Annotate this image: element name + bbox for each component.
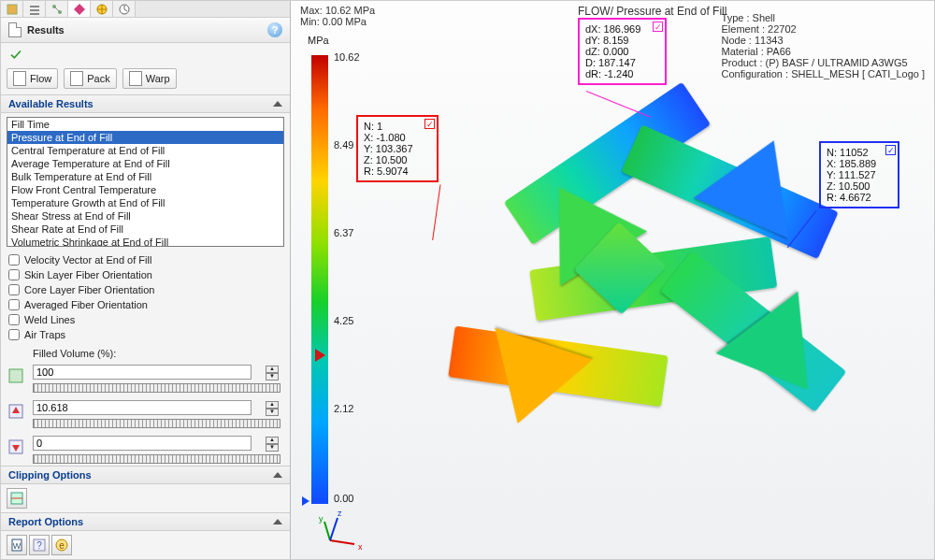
tab-warp[interactable]: Warp bbox=[122, 68, 177, 89]
check-air-traps[interactable]: Air Traps bbox=[8, 327, 282, 342]
e-icon: e bbox=[55, 538, 68, 552]
report-options-header[interactable]: Report Options bbox=[1, 512, 290, 531]
spinner[interactable]: ▲▼ bbox=[266, 401, 279, 416]
param2-slider: ▲▼ bbox=[1, 395, 290, 430]
report-edrawing-button[interactable]: e bbox=[51, 535, 72, 555]
check-core-fiber[interactable]: Core Layer Fiber Orientation bbox=[8, 282, 282, 297]
results-list-item[interactable]: Volumetric Shrinkage at End of Fill bbox=[7, 236, 283, 247]
slider-rail[interactable] bbox=[33, 454, 280, 464]
results-section-header: Results ? bbox=[1, 18, 290, 43]
results-title: Results bbox=[27, 24, 65, 36]
up-arrow-cube-icon bbox=[7, 402, 25, 421]
results-list-item[interactable]: Pressure at End of Fill bbox=[7, 131, 283, 144]
down-arrow-cube-icon bbox=[7, 438, 25, 456]
tab-pack[interactable]: Pack bbox=[64, 68, 116, 89]
legend-bar bbox=[311, 55, 328, 504]
svg-rect-0 bbox=[7, 5, 17, 14]
result-page-tabs: Flow Pack Warp bbox=[1, 66, 290, 94]
left-panel: Results ? Flow Pack Warp Available Resul… bbox=[1, 1, 291, 559]
triad-x: x bbox=[358, 542, 363, 552]
param3-input[interactable] bbox=[33, 436, 252, 451]
param2-input[interactable] bbox=[33, 400, 252, 415]
result-geometry bbox=[413, 78, 876, 495]
graphics-viewport[interactable]: Max: 10.62 MPa Min: 0.00 MPa FLOW/ Press… bbox=[291, 1, 934, 559]
filled-volume-input[interactable] bbox=[33, 365, 252, 380]
svg-rect-2 bbox=[30, 9, 39, 11]
view-triad[interactable] bbox=[321, 512, 358, 550]
probe-2-callout[interactable]: ✓ N: 11052 X: 185.889 Y: 111.527 Z: 10.5… bbox=[819, 141, 899, 208]
cube-slice-icon bbox=[10, 492, 23, 505]
model-info: Type : Shell Element : 22702 Node : 1134… bbox=[722, 12, 925, 79]
results-list-item[interactable]: Bulk Temperature at End of Fill bbox=[7, 170, 283, 183]
filled-volume-slider: ▲▼ bbox=[1, 359, 290, 395]
slider-rail[interactable] bbox=[33, 383, 280, 393]
filled-volume-label: Filled Volume (%): bbox=[1, 344, 290, 359]
available-results-header[interactable]: Available Results bbox=[1, 94, 290, 113]
callout-check-icon[interactable]: ✓ bbox=[885, 145, 896, 155]
clip-plane-button[interactable] bbox=[7, 488, 27, 509]
list-icon bbox=[28, 3, 41, 16]
svg-line-19 bbox=[324, 522, 330, 540]
fm-tab-4[interactable] bbox=[68, 1, 91, 17]
plot-title: FLOW/ Pressure at End of Fill bbox=[578, 5, 726, 18]
results-list-item[interactable]: Fill Time bbox=[7, 118, 283, 131]
check-skin-fiber[interactable]: Skin Layer Fiber Orientation bbox=[8, 267, 282, 282]
fm-tab-2[interactable] bbox=[23, 1, 46, 17]
volume-cube-icon bbox=[7, 366, 25, 385]
color-legend: MPa 10.62 8.49 6.37 4.25 2.12 0.00 bbox=[302, 29, 336, 506]
minmax-readout: Max: 10.62 MPa Min: 0.00 MPa bbox=[300, 5, 375, 27]
check-avg-fiber[interactable]: Averaged Fiber Orientation bbox=[8, 297, 282, 312]
chevron-up-icon bbox=[273, 472, 282, 478]
tab-flow[interactable]: Flow bbox=[7, 68, 58, 89]
results-list-item[interactable]: Shear Rate at End of Fill bbox=[7, 223, 283, 236]
question-icon: ? bbox=[33, 538, 46, 552]
page-icon bbox=[13, 71, 26, 86]
feature-manager-tabs bbox=[1, 1, 290, 18]
page-icon bbox=[129, 71, 142, 86]
results-list-item[interactable]: Temperature Growth at End of Fill bbox=[7, 196, 283, 209]
clipping-options-header[interactable]: Clipping Options bbox=[1, 466, 290, 484]
svg-text:W: W bbox=[13, 541, 22, 551]
document-icon bbox=[8, 22, 22, 37]
results-list-item[interactable]: Average Temperature at End of Fill bbox=[7, 157, 283, 170]
probe-1-callout[interactable]: ✓ N: 1 X: -1.080 Y: 103.367 Z: 10.500 R:… bbox=[356, 115, 439, 182]
callout-check-icon[interactable]: ✓ bbox=[424, 119, 435, 129]
available-results-list[interactable]: Fill TimePressure at End of FillCentral … bbox=[7, 117, 284, 247]
results-list-item[interactable]: Flow Front Central Temperature bbox=[7, 183, 283, 196]
svg-rect-1 bbox=[30, 6, 39, 7]
svg-rect-3 bbox=[30, 13, 39, 15]
chevron-up-icon bbox=[273, 101, 282, 107]
svg-text:?: ? bbox=[36, 540, 42, 551]
tree-icon bbox=[50, 3, 64, 16]
help-icon[interactable]: ? bbox=[267, 22, 282, 37]
spinner[interactable]: ▲▼ bbox=[266, 366, 279, 381]
fm-tab-6[interactable] bbox=[113, 1, 136, 17]
doc-icon: W bbox=[10, 538, 23, 552]
svg-rect-8 bbox=[9, 369, 22, 382]
callout-check-icon[interactable]: ✓ bbox=[653, 22, 663, 32]
clock-icon bbox=[118, 3, 131, 16]
diamond-icon bbox=[73, 3, 86, 16]
fm-tab-1[interactable] bbox=[1, 1, 23, 17]
delta-callout[interactable]: ✓ dX: 186.969 dY: 8.159 dZ: 0.000 D: 187… bbox=[578, 18, 667, 85]
ok-check-icon[interactable] bbox=[8, 49, 23, 61]
cube-icon bbox=[6, 3, 19, 16]
param3-slider: ▲▼ bbox=[1, 430, 290, 466]
results-list-item[interactable]: Central Temperature at End of Fill bbox=[7, 144, 283, 157]
globe-icon bbox=[95, 3, 108, 16]
slider-rail[interactable] bbox=[33, 419, 280, 428]
fm-tab-5[interactable] bbox=[91, 1, 113, 17]
spinner[interactable]: ▲▼ bbox=[266, 437, 279, 452]
report-help-button[interactable]: ? bbox=[29, 535, 50, 555]
results-list-item[interactable]: Shear Stress at End of Fill bbox=[7, 209, 283, 223]
injection-marker-icon bbox=[315, 349, 325, 362]
check-velocity-vector[interactable]: Velocity Vector at End of Fill bbox=[8, 252, 282, 267]
check-weld-lines[interactable]: Weld Lines bbox=[8, 312, 282, 327]
page-icon bbox=[70, 71, 83, 86]
chevron-up-icon bbox=[273, 519, 282, 524]
svg-line-18 bbox=[330, 540, 354, 544]
legend-min-arrow-icon bbox=[302, 496, 309, 506]
report-word-button[interactable]: W bbox=[7, 535, 27, 555]
triad-y: y bbox=[319, 514, 324, 524]
fm-tab-3[interactable] bbox=[46, 1, 68, 17]
